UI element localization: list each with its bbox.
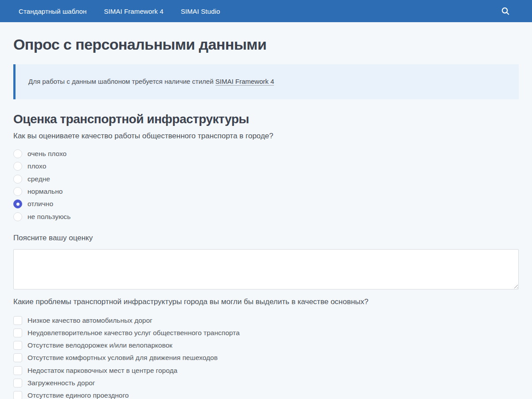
main-nav: Стандартный шаблон SIMAI Framework 4 SIM… [19,8,220,15]
nav-item-simai-framework[interactable]: SIMAI Framework 4 [104,8,163,15]
search-button[interactable] [497,3,513,19]
radio-button[interactable] [13,149,22,158]
checkbox[interactable] [13,379,22,387]
radio-option-label: не пользуюсь [27,213,70,221]
radio-button[interactable] [13,162,22,171]
checkbox-option[interactable]: Загруженность дорог [13,379,519,387]
radio-button[interactable] [13,212,22,221]
framework-link[interactable]: SIMAI Framework 4 [215,78,274,86]
radio-button-checked[interactable] [13,200,22,208]
checkbox-option[interactable]: Недостаток парковочных мест в центре гор… [13,366,519,375]
radio-option-selected[interactable]: отлично [13,200,519,208]
radio-button[interactable] [13,175,22,184]
checkbox-option-label: Недостаток парковочных мест в центре гор… [27,367,177,375]
radio-option-label: плохо [27,162,46,170]
search-icon [501,6,510,16]
checkbox[interactable] [13,353,22,362]
radio-option[interactable]: средне [13,175,519,184]
radio-button[interactable] [13,187,22,196]
radio-group: очень плохо плохо средне нормально отлич… [13,149,519,221]
radio-option[interactable]: очень плохо [13,149,519,158]
checkbox-option[interactable]: Отсутствие велодорожек и/или велопарково… [13,341,519,350]
comment-field-label: Поясните вашу оценку [13,234,519,243]
radio-option-label: средне [27,175,50,183]
radio-question-label: Как вы оцениваете качество работы общест… [13,131,519,141]
notice-text: Для работы с данным шаблоном требуется н… [28,78,215,85]
nav-item-simai-studio[interactable]: SIMAI Studio [181,8,220,15]
checkbox-option-label: Низкое качество автомобильных дорог [27,317,153,325]
checkbox-option-label: Загруженность дорог [27,379,95,387]
checkbox[interactable] [13,341,22,350]
checkbox[interactable] [13,329,22,337]
checkbox[interactable] [13,316,22,325]
checkbox-option-label: Отсутствие велодорожек и/или велопарково… [27,341,172,349]
checkbox-option[interactable]: Отсутствие единого проездного [13,391,519,399]
checkbox-option-label: Отсутствие комфортных условий для движен… [27,354,218,362]
checkbox-option[interactable]: Низкое качество автомобильных дорог [13,316,519,325]
survey-page: Опрос с персональными данными Для работы… [0,36,532,399]
nav-item-standard-template[interactable]: Стандартный шаблон [19,8,86,15]
radio-option[interactable]: нормально [13,187,519,196]
section-title: Оценка транспортной инфраструктуры [13,112,519,126]
top-navigation-bar: Стандартный шаблон SIMAI Framework 4 SIM… [0,0,532,22]
page-title: Опрос с персональными данными [13,36,519,53]
framework-notice: Для работы с данным шаблоном требуется н… [13,64,519,99]
radio-option-label: нормально [27,188,63,196]
comment-field-wrap [13,249,519,289]
checkbox-option-label: Отсутствие единого проездного [27,391,129,399]
checkbox[interactable] [13,366,22,375]
radio-option-label: очень плохо [27,150,66,158]
checkbox-group: Низкое качество автомобильных дорог Неуд… [13,316,519,399]
checkbox-option[interactable]: Неудовлетворительное качество услуг обще… [13,329,519,337]
checkbox[interactable] [13,391,22,399]
radio-option[interactable]: плохо [13,162,519,171]
comment-textarea[interactable] [13,249,519,289]
checkbox-question-label: Какие проблемы транспортной инфраструкту… [13,297,519,307]
radio-option[interactable]: не пользуюсь [13,212,519,221]
radio-option-label: отлично [27,200,53,208]
checkbox-option-label: Неудовлетворительное качество услуг обще… [27,329,240,337]
checkbox-option[interactable]: Отсутствие комфортных условий для движен… [13,353,519,362]
